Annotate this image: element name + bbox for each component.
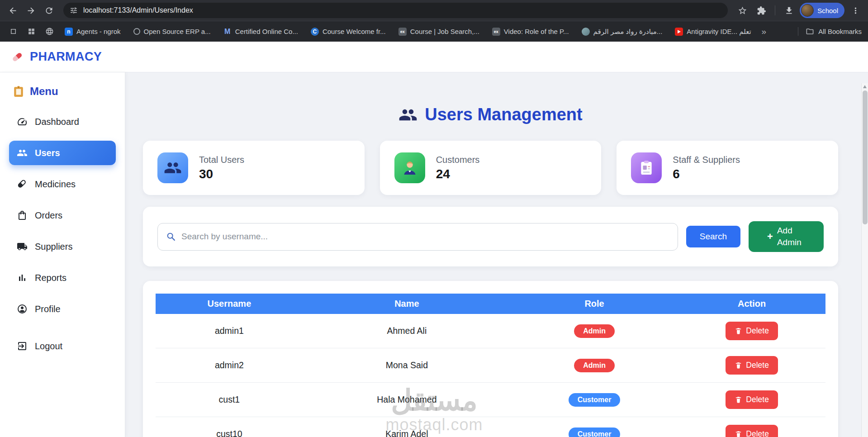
pill-icon — [17, 179, 28, 190]
cell-role: Admin — [511, 314, 678, 348]
stat-card-staff-suppliers: Staff & Suppliers 6 — [617, 141, 838, 195]
all-bookmarks-label: All Bookmarks — [818, 28, 862, 35]
stat-card-total-users: Total Users 30 — [143, 141, 365, 195]
add-admin-button[interactable]: + Add Admin — [749, 221, 824, 252]
browser-profile-chip[interactable]: School — [800, 3, 844, 18]
sidebar-item-dashboard[interactable]: Dashboard — [9, 109, 116, 134]
cell-username: admin1 — [156, 314, 303, 348]
stat-value: 24 — [436, 167, 480, 181]
cell-name: Mona Said — [303, 348, 511, 383]
apps-grid-icon[interactable] — [24, 25, 38, 38]
table-row: cust10 Karim Adel Customer Delete — [156, 417, 825, 437]
bookmark-item-certified[interactable]: M Certified Online Co... — [219, 25, 302, 38]
sidebar-item-label: Profile — [35, 304, 61, 314]
brand-name: PHARMACY — [30, 50, 102, 64]
bookmark-item-erp[interactable]: Open Source ERP a... — [129, 25, 215, 38]
clipboard-icon — [13, 86, 24, 97]
cell-username: admin2 — [156, 348, 303, 383]
sidebar-item-reports[interactable]: Reports — [9, 266, 116, 290]
bookmark-label: Antigravity IDE... تعلم — [687, 28, 751, 36]
column-role: Role — [511, 294, 678, 314]
folder-icon — [806, 27, 814, 36]
plus-icon: + — [767, 230, 773, 243]
cell-role: Customer — [511, 417, 678, 437]
bookmark-item-edx-video[interactable]: ex Video: Role of the P... — [488, 25, 573, 38]
address-bar[interactable]: localhost:7133/Admin/Users/Index — [63, 3, 728, 18]
bookmark-star-icon[interactable] — [734, 2, 750, 19]
scrollbar-thumb[interactable] — [863, 90, 868, 224]
users-table: Username Name Role Action admin1 Ahmed A… — [156, 294, 825, 437]
bookmark-item-youtube[interactable]: Antigravity IDE... تعلم — [671, 25, 755, 38]
side-panel-icon[interactable] — [6, 25, 20, 38]
table-row: admin2 Mona Said Admin Delete — [156, 348, 825, 383]
bookmark-item-edx-course[interactable]: ex Course | Job Search,... — [394, 25, 484, 38]
profile-name: School — [817, 7, 838, 14]
cell-action: Delete — [678, 314, 825, 348]
all-bookmarks-button[interactable]: All Bookmarks — [798, 27, 862, 36]
coursera-favicon: C — [311, 28, 319, 36]
sidebar-item-profile[interactable]: Profile — [9, 297, 116, 321]
site-header: PHARMACY — [0, 42, 868, 72]
role-badge: Admin — [574, 324, 615, 338]
stat-label: Total Users — [199, 155, 244, 165]
bookmark-item-ngrok[interactable]: n Agents - ngrok — [61, 25, 125, 38]
search-box — [157, 223, 678, 251]
total-users-icon — [157, 152, 188, 183]
stat-label: Customers — [436, 155, 480, 165]
person-circle-icon — [17, 304, 28, 314]
sidebar-item-orders[interactable]: Orders — [9, 203, 116, 228]
search-input[interactable] — [181, 232, 669, 242]
bookmark-label: Video: Role of the P... — [504, 28, 569, 35]
cell-username: cust1 — [156, 383, 303, 417]
delete-button[interactable]: Delete — [726, 390, 778, 409]
ring-favicon — [133, 28, 140, 35]
sidebar-item-users[interactable]: Users — [9, 141, 116, 165]
extensions-icon[interactable] — [753, 2, 769, 19]
browser-menu-icon[interactable] — [847, 2, 863, 19]
back-icon[interactable] — [5, 2, 21, 19]
sidebar-item-logout[interactable]: Logout — [9, 334, 116, 358]
bookmarks-bar: n Agents - ngrok Open Source ERP a... M … — [0, 21, 868, 42]
stat-label: Staff & Suppliers — [673, 155, 740, 165]
stat-value: 30 — [199, 167, 244, 181]
pill-icon — [10, 50, 24, 64]
delete-button[interactable]: Delete — [726, 356, 778, 375]
column-name: Name — [303, 294, 511, 314]
role-badge: Customer — [569, 393, 621, 407]
sidebar-item-label: Suppliers — [35, 242, 72, 252]
cell-action: Delete — [678, 417, 825, 437]
sidebar-item-medicines[interactable]: Medicines — [9, 172, 116, 196]
refresh-icon[interactable] — [41, 2, 57, 19]
globe-bookmark-icon[interactable] — [43, 25, 56, 38]
bookmark-label: Course | Job Search,... — [410, 28, 479, 35]
site-info-icon[interactable] — [70, 6, 78, 14]
sidebar-item-label: Dashboard — [35, 117, 79, 127]
sidebar-item-suppliers[interactable]: Suppliers — [9, 234, 116, 259]
stat-card-customers: Customers 24 — [380, 141, 602, 195]
bookmark-item-mobadara[interactable]: مبادرة رواد مصر الرقم... — [578, 25, 667, 38]
profile-avatar — [801, 4, 814, 17]
m-favicon: M — [223, 28, 232, 36]
brand-logo[interactable]: PHARMACY — [10, 50, 102, 64]
sidebar-item-label: Medicines — [35, 179, 76, 190]
users-title-icon — [398, 105, 417, 124]
trash-icon — [735, 396, 742, 404]
search-panel: Search + Add Admin — [143, 207, 838, 266]
column-action: Action — [678, 294, 825, 314]
delete-button[interactable]: Delete — [726, 425, 778, 437]
customers-icon — [394, 152, 425, 183]
bookmarks-overflow-chevron[interactable]: » — [760, 27, 768, 37]
bookmark-item-coursera[interactable]: C Course Welcome fr... — [307, 25, 390, 38]
scrollbar-up-arrow[interactable] — [863, 85, 867, 88]
cell-name: Karim Adel — [303, 417, 511, 437]
trash-icon — [735, 430, 742, 437]
search-button[interactable]: Search — [686, 226, 740, 247]
teal-favicon — [582, 28, 590, 36]
forward-icon[interactable] — [23, 2, 39, 19]
downloads-icon[interactable] — [781, 2, 797, 19]
sidebar-item-label: Logout — [35, 341, 62, 352]
ngrok-favicon: n — [65, 28, 73, 36]
url-text: localhost:7133/Admin/Users/Index — [83, 6, 723, 14]
delete-button[interactable]: Delete — [726, 322, 778, 340]
page-scrollbar[interactable] — [861, 83, 868, 437]
